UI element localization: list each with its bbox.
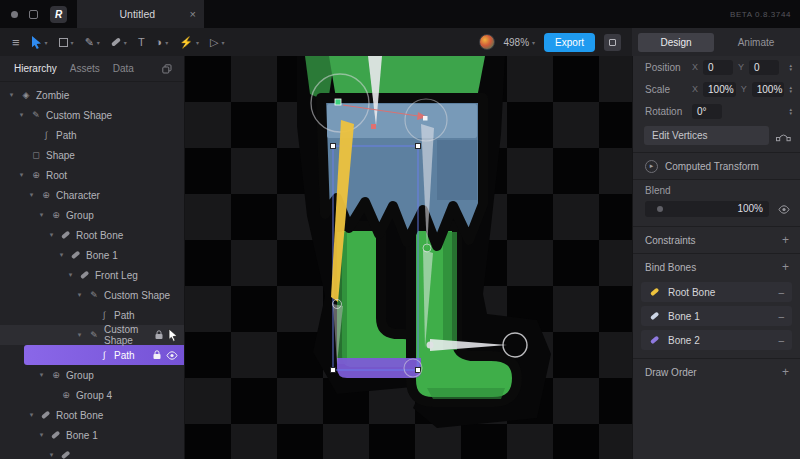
- remove-bone-button[interactable]: –: [778, 287, 784, 298]
- play-tool-button[interactable]: ▷ ▾: [205, 31, 229, 53]
- close-icon[interactable]: ×: [190, 8, 196, 20]
- tree-item-custom-shape[interactable]: ▾✎Custom Shape: [0, 105, 184, 125]
- text-tool-button[interactable]: T: [133, 31, 150, 53]
- export-button[interactable]: Export: [544, 33, 595, 52]
- remove-bone-button[interactable]: –: [778, 311, 784, 322]
- caret-down-icon[interactable]: ▾: [47, 451, 56, 459]
- select-tool-button[interactable]: ▾: [26, 31, 53, 53]
- bound-bone-row[interactable]: Bone 2 –: [641, 330, 792, 350]
- caret-down-icon[interactable]: ▾: [27, 411, 36, 419]
- edit-vertices-button[interactable]: Edit Vertices: [644, 126, 769, 145]
- tree-item-shape[interactable]: ◻Shape: [0, 145, 184, 165]
- tree-item-group-2[interactable]: ▾⊕Group: [0, 365, 184, 385]
- add-bone-button[interactable]: +: [782, 260, 789, 274]
- eye-icon[interactable]: [166, 351, 178, 360]
- zoom-control[interactable]: 498% ▾: [504, 37, 536, 48]
- tree-item-zombie[interactable]: ▾◈Zombie: [0, 85, 184, 105]
- paint-tool-button[interactable]: ◑ ▾: [151, 31, 174, 53]
- blend-slider-knob[interactable]: [657, 206, 663, 212]
- blend-slider[interactable]: 100%: [645, 201, 769, 217]
- chevron-down-icon[interactable]: ▾: [165, 39, 168, 46]
- caret-down-icon[interactable]: ▾: [75, 291, 84, 299]
- lock-icon[interactable]: [153, 350, 161, 360]
- window-control-icon[interactable]: [11, 11, 18, 18]
- tree-item-custom-shape-2[interactable]: ▾✎Custom Shape: [0, 285, 184, 305]
- caret-down-icon[interactable]: ▾: [17, 111, 26, 119]
- scale-y-field[interactable]: 100%: [752, 82, 785, 97]
- caret-down-icon[interactable]: ▾: [75, 331, 84, 339]
- lock-icon[interactable]: [155, 330, 163, 340]
- export-options-button[interactable]: [604, 34, 621, 51]
- tree-item-group[interactable]: ▾⊕Group: [0, 205, 184, 225]
- bound-bone-row[interactable]: Bone 1 –: [641, 306, 792, 326]
- menu-button[interactable]: ≡: [7, 31, 25, 53]
- caret-down-icon[interactable]: ▾: [47, 231, 56, 239]
- chevron-down-icon[interactable]: ▾: [71, 39, 74, 46]
- tree-item-bone-1[interactable]: ▾Bone 1: [0, 245, 184, 265]
- tree-item-custom-shape-3[interactable]: ▾✎Custom Shape: [0, 325, 184, 345]
- computed-transform-header[interactable]: ▸ Computed Transform: [633, 153, 800, 179]
- eye-icon[interactable]: [778, 205, 790, 214]
- tree-item-path[interactable]: ∫Path: [0, 125, 184, 145]
- chevron-down-icon[interactable]: ▾: [97, 39, 100, 46]
- rotation-row: Rotation 0° ▴▾: [633, 100, 800, 122]
- events-tool-button[interactable]: ⚡ ▾: [174, 31, 204, 53]
- tree-item-path-2[interactable]: ∫Path: [0, 305, 184, 325]
- tab-hierarchy[interactable]: Hierarchy: [14, 63, 57, 74]
- mouse-pointer-icon: [168, 329, 178, 342]
- tab-data[interactable]: Data: [113, 63, 134, 74]
- blend-value: 100%: [737, 203, 763, 214]
- rotation-field[interactable]: 0°: [692, 104, 722, 119]
- caret-down-icon[interactable]: ▾: [37, 211, 46, 219]
- position-x-field[interactable]: 0: [703, 60, 733, 75]
- tree-item-bone-1b[interactable]: ▾Bone 1: [0, 425, 184, 445]
- caret-down-icon[interactable]: ▾: [27, 191, 36, 199]
- chevron-down-icon[interactable]: ▾: [45, 39, 48, 46]
- lightning-icon: ⚡: [179, 36, 193, 49]
- shape-tool-button[interactable]: ✎ ▾: [80, 31, 105, 53]
- joint-handle: [423, 116, 428, 121]
- tree-item-group-4[interactable]: ⊕Group 4: [0, 385, 184, 405]
- chevron-down-icon[interactable]: ▾: [222, 39, 225, 46]
- remove-bone-button[interactable]: –: [778, 335, 784, 346]
- caret-down-icon[interactable]: ▾: [57, 251, 66, 259]
- position-row: Position X 0 Y 0 ▴▾: [633, 56, 800, 78]
- document-tab[interactable]: Untitled ×: [77, 0, 204, 28]
- tree-item-path-selected[interactable]: ∫Path: [24, 345, 184, 365]
- caret-down-icon[interactable]: ▾: [17, 171, 26, 179]
- scale-stepper[interactable]: ▴▾: [789, 85, 792, 94]
- bound-bone-row[interactable]: Root Bone –: [641, 282, 792, 302]
- window-menu-icon[interactable]: [29, 10, 38, 19]
- scale-x-field[interactable]: 100%: [703, 82, 736, 97]
- tree-item-root-bone[interactable]: ▾Root Bone: [0, 225, 184, 245]
- chevron-down-icon[interactable]: ▾: [124, 39, 127, 46]
- bone-tool-button[interactable]: ▾: [106, 31, 132, 53]
- caret-down-icon[interactable]: ▾: [7, 91, 16, 99]
- panel-detach-icon[interactable]: [162, 64, 172, 74]
- add-draw-order-button[interactable]: +: [782, 365, 789, 379]
- tree-item-clipped[interactable]: ▾: [0, 445, 184, 459]
- caret-down-icon[interactable]: ▾: [37, 431, 46, 439]
- caret-right-icon[interactable]: ▸: [645, 160, 658, 173]
- position-stepper[interactable]: ▴▾: [789, 63, 792, 72]
- add-constraint-button[interactable]: +: [782, 233, 789, 247]
- artboard-tool-button[interactable]: ▾: [54, 31, 79, 53]
- caret-down-icon[interactable]: ▾: [66, 271, 75, 279]
- tab-design[interactable]: Design: [638, 33, 714, 52]
- user-avatar[interactable]: [479, 34, 495, 50]
- tree-item-front-leg[interactable]: ▾Front Leg: [0, 265, 184, 285]
- rotation-stepper[interactable]: ▴▾: [789, 107, 792, 116]
- tab-assets[interactable]: Assets: [70, 63, 100, 74]
- tree-item-root-bone-2[interactable]: ▾Root Bone: [0, 405, 184, 425]
- vertices-icon[interactable]: [776, 130, 791, 142]
- tree-item-root[interactable]: ▾⊕Root: [0, 165, 184, 185]
- shorts-shade: [437, 140, 477, 200]
- chevron-down-icon[interactable]: ▾: [196, 39, 199, 46]
- caret-down-icon[interactable]: ▾: [37, 371, 46, 379]
- canvas-artboard[interactable]: [185, 56, 632, 459]
- stage-canvas[interactable]: [185, 56, 632, 459]
- tab-animate[interactable]: Animate: [718, 33, 794, 52]
- right-boot-shade: [427, 388, 505, 399]
- tree-item-character[interactable]: ▾⊕Character: [0, 185, 184, 205]
- position-y-field[interactable]: 0: [749, 60, 779, 75]
